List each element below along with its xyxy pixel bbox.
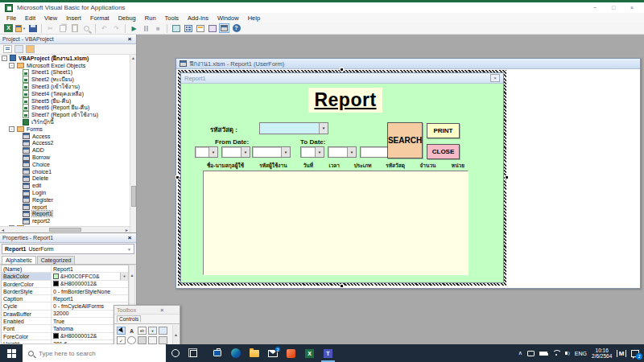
- scrollbar-thumb[interactable]: [131, 186, 136, 207]
- print-button[interactable]: PRINT: [427, 123, 460, 138]
- textbox-tool[interactable]: ab: [138, 327, 147, 335]
- property-row-name[interactable]: (Name)Report1: [2, 265, 128, 273]
- excel-taskbar-button[interactable]: X: [300, 344, 319, 362]
- taskbar-clock[interactable]: 10:16 2/6/2564: [592, 348, 612, 360]
- view-excel-button[interactable]: [3, 23, 14, 33]
- listbox-tool[interactable]: [159, 327, 167, 335]
- view-code-button[interactable]: [3, 45, 12, 53]
- maximize-button[interactable]: □: [606, 3, 621, 12]
- close-icon[interactable]: ×: [490, 74, 500, 82]
- action-center-button[interactable]: 2: [631, 350, 639, 357]
- object-browser-button[interactable]: [207, 23, 217, 33]
- scrollbar-thumb[interactable]: [49, 228, 81, 232]
- tree-item-sheet7[interactable]: Sheet7 (Report เข้าใช้งาน): [0, 111, 130, 118]
- help-button[interactable]: ?: [231, 23, 242, 33]
- menu-help[interactable]: Help: [248, 14, 260, 22]
- paste-button[interactable]: [69, 23, 80, 33]
- chevron-down-icon[interactable]: ▼: [319, 123, 328, 134]
- label-tool[interactable]: A: [127, 327, 136, 335]
- tree-item-report[interactable]: report: [0, 204, 130, 211]
- menu-tools[interactable]: Tools: [165, 14, 180, 22]
- tray-m-app-icon[interactable]: M: [617, 350, 626, 357]
- results-listbox[interactable]: [203, 171, 469, 275]
- microsoft-store-button[interactable]: [208, 344, 226, 362]
- taskbar-search-box[interactable]: [23, 344, 166, 362]
- property-row-enabled[interactable]: EnabledTrue: [2, 318, 128, 325]
- tray-volume-button[interactable]: ): [565, 351, 570, 356]
- undo-button[interactable]: ↶: [99, 23, 109, 33]
- tree-item-login[interactable]: Login: [0, 189, 130, 196]
- menu-format[interactable]: Format: [90, 14, 109, 22]
- design-mode-button[interactable]: [171, 23, 181, 33]
- toolbox-title-bar[interactable]: Toolbox ×: [114, 306, 180, 315]
- find-button[interactable]: [81, 23, 92, 33]
- designer-title-bar[interactable]: ฝึกงาน1.xlsm - Report1 (UserForm): [176, 59, 640, 69]
- object-selector-combobox[interactable]: Report1 UserForm ▼: [2, 244, 134, 254]
- chevron-down-icon[interactable]: ▼: [208, 147, 217, 157]
- cut-button[interactable]: ✂: [45, 23, 56, 33]
- collapse-icon[interactable]: -: [2, 56, 7, 61]
- tree-item-add[interactable]: ADD: [0, 146, 130, 154]
- tree-item-access2[interactable]: Access2: [0, 140, 130, 147]
- close-icon[interactable]: ×: [147, 307, 178, 313]
- menu-file[interactable]: File: [6, 14, 16, 22]
- property-row-bordercolor[interactable]: BorderColor&H80000012&: [2, 281, 128, 288]
- value-dropdown-icon[interactable]: ▼: [120, 273, 128, 279]
- material-code-combobox[interactable]: ▼: [259, 122, 328, 134]
- tab-categorized[interactable]: Categorized: [37, 256, 76, 264]
- tray-network-button[interactable]: [552, 350, 560, 356]
- menu-addins[interactable]: Add-Ins: [188, 14, 208, 22]
- insert-userform-button[interactable]: ▼: [15, 23, 26, 33]
- frame-tool[interactable]: [148, 336, 157, 344]
- properties-window-button[interactable]: [195, 23, 205, 33]
- to-month-combobox[interactable]: ▼: [328, 146, 357, 158]
- tree-item-access[interactable]: Access: [0, 133, 130, 140]
- start-button[interactable]: [0, 344, 23, 362]
- select-pointer-tool[interactable]: [117, 327, 126, 335]
- from-year-combobox[interactable]: ▼: [252, 146, 291, 158]
- tray-device-button[interactable]: [527, 351, 535, 356]
- tray-chevron-up-icon[interactable]: ∧: [518, 350, 522, 356]
- tab-alphabetic[interactable]: Alphabetic: [2, 256, 36, 264]
- property-row-forecolor[interactable]: ForeColor&H80000012&: [2, 333, 128, 340]
- close-form-button[interactable]: CLOSE: [427, 144, 460, 159]
- commandbutton-tool[interactable]: [159, 336, 167, 344]
- toolbox-controls-tab[interactable]: Controls: [114, 315, 180, 324]
- tree-item-vbaproject[interactable]: - VBAProject (ฝึกงาน1.xlsm): [0, 55, 130, 62]
- property-row-caption[interactable]: CaptionReport1: [2, 295, 128, 302]
- menu-view[interactable]: View: [44, 14, 57, 22]
- tree-item-thisworkbook[interactable]: เวิร์กบุ๊กนี้: [0, 118, 130, 125]
- minimize-button[interactable]: −: [588, 3, 602, 12]
- menu-run[interactable]: Run: [145, 14, 156, 22]
- chevron-down-icon[interactable]: ▼: [281, 147, 290, 157]
- tree-item-report1-selected[interactable]: Report1: [0, 211, 130, 218]
- tree-item-borrow[interactable]: Borrow: [0, 154, 130, 161]
- break-button[interactable]: [141, 23, 151, 33]
- property-row-drawbuffer[interactable]: DrawBuffer32000: [2, 311, 128, 318]
- toolbox-button[interactable]: [219, 23, 229, 33]
- resize-handle-top[interactable]: [340, 68, 344, 72]
- property-row-borderstyle[interactable]: BorderStyle0 - fmBorderStyleNone: [2, 288, 128, 295]
- chevron-down-icon[interactable]: ▼: [315, 147, 324, 157]
- from-day-combobox[interactable]: ▼: [195, 146, 218, 158]
- task-view-button[interactable]: [184, 344, 203, 362]
- run-button[interactable]: ▶: [129, 23, 139, 33]
- project-explorer-button[interactable]: [183, 23, 193, 33]
- combobox-tool[interactable]: ▼: [148, 327, 157, 335]
- search-input[interactable]: [39, 350, 143, 357]
- collapse-icon[interactable]: -: [9, 126, 14, 132]
- resize-handle-bottom[interactable]: [340, 284, 344, 288]
- tree-group-excel-objects[interactable]: - Microsoft Excel Objects: [0, 62, 130, 69]
- optionbutton-tool[interactable]: [127, 336, 136, 344]
- resize-handle-right[interactable]: [505, 175, 509, 179]
- userform-selection-frame[interactable]: Report1 × Report รหัสวัสดุ : ▼: [178, 70, 506, 286]
- tray-battery-button[interactable]: [539, 352, 547, 356]
- property-row-cycle[interactable]: Cycle0 - fmCycleAllForms: [2, 302, 128, 310]
- property-row-font[interactable]: FontTahoma: [2, 325, 128, 332]
- teams-button[interactable]: T: [319, 344, 337, 362]
- property-row-backcolor[interactable]: BackColor&H00C0FFC0&▼: [2, 273, 128, 280]
- close-icon[interactable]: ×: [126, 234, 134, 241]
- from-month-combobox[interactable]: ▼: [221, 146, 250, 158]
- to-day-combobox[interactable]: ▼: [300, 146, 324, 158]
- scroll-up-icon[interactable]: ▲: [131, 55, 135, 61]
